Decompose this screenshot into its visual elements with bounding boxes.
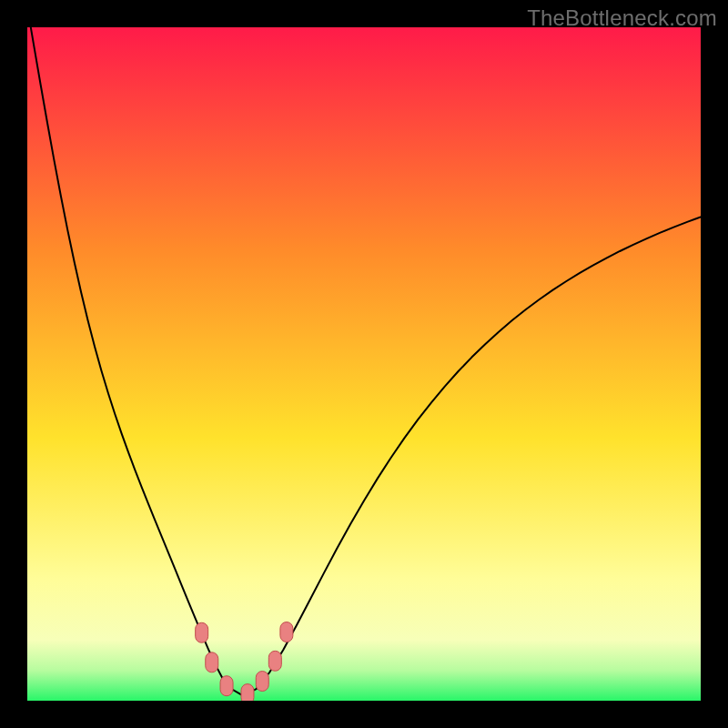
curve-marker <box>241 684 254 701</box>
gradient-background <box>27 27 701 701</box>
curve-marker <box>206 652 218 672</box>
curve-marker <box>196 622 208 642</box>
watermark-text: TheBottleneck.com <box>527 5 717 31</box>
bottleneck-chart <box>27 27 701 701</box>
curve-marker <box>220 676 233 696</box>
curve-marker <box>280 622 293 642</box>
curve-marker <box>256 672 268 692</box>
curve-marker <box>268 651 281 671</box>
chart-frame: TheBottleneck.com <box>0 0 728 728</box>
